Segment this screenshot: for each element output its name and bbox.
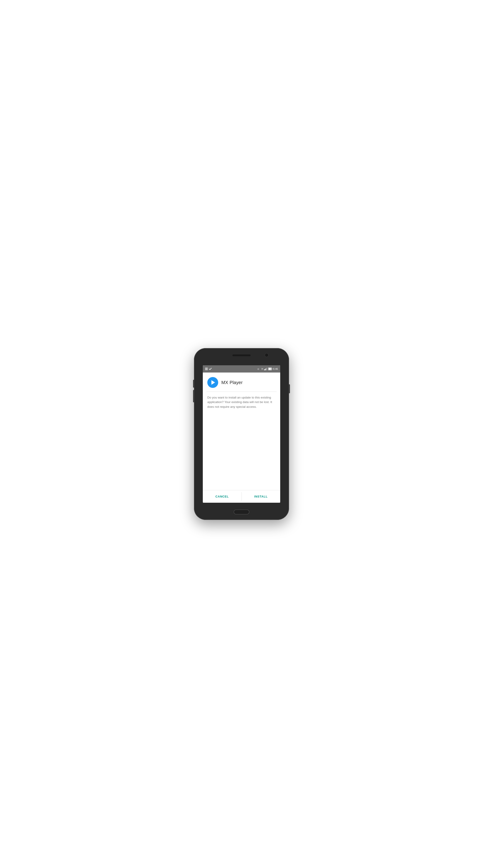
svg-rect-7 <box>267 368 267 370</box>
svg-rect-9 <box>268 368 271 370</box>
status-bar: ⊙ H 6:46 <box>203 365 280 373</box>
check-icon <box>209 368 211 370</box>
install-button[interactable]: INSTALL <box>242 490 280 503</box>
dialog-body: Do you want to install an update to this… <box>203 392 280 490</box>
svg-rect-10 <box>272 368 272 369</box>
svg-text:⊙: ⊙ <box>257 368 259 370</box>
svg-rect-4 <box>264 369 265 370</box>
volume-up-button <box>193 380 194 388</box>
home-button[interactable] <box>234 509 249 515</box>
battery-icon <box>268 368 272 370</box>
install-dialog: MX Player Do you want to install an upda… <box>203 373 280 503</box>
phone-earpiece <box>232 354 251 356</box>
svg-rect-6 <box>266 368 266 370</box>
power-button <box>289 384 290 393</box>
svg-rect-1 <box>205 369 208 369</box>
phone-screen: ⊙ H 6:46 <box>203 365 280 503</box>
cancel-button[interactable]: CANCEL <box>203 490 242 503</box>
app-name-label: MX Player <box>221 380 243 385</box>
dialog-message: Do you want to install an update to this… <box>207 395 276 409</box>
dialog-actions: CANCEL INSTALL <box>203 490 280 503</box>
status-time: 6:46 <box>273 368 278 370</box>
svg-rect-0 <box>205 368 208 368</box>
status-left-icons <box>205 368 211 370</box>
volume-down-button <box>193 390 194 402</box>
signal-icon <box>264 368 267 370</box>
status-right-icons: ⊙ H 6:46 <box>257 368 278 370</box>
svg-rect-5 <box>265 369 266 370</box>
phone-device: ⊙ H 6:46 <box>194 348 289 520</box>
wifi-icon: ⊙ <box>257 368 260 370</box>
svg-rect-2 <box>205 370 208 370</box>
network-h-icon: H <box>261 368 263 370</box>
dialog-header: MX Player <box>203 373 280 392</box>
phone-camera <box>264 353 269 357</box>
play-icon <box>211 380 215 385</box>
menu-icon <box>205 368 208 370</box>
app-icon <box>207 377 218 388</box>
